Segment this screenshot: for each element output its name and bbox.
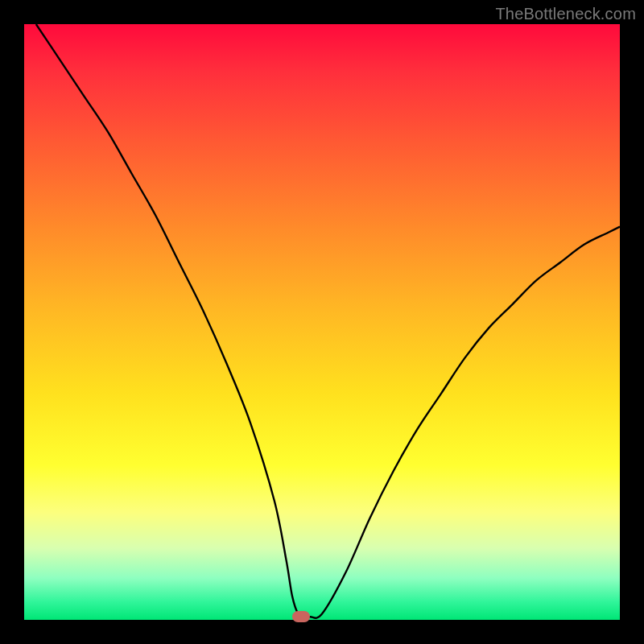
min-marker	[292, 611, 310, 622]
watermark-text: TheBottleneck.com	[495, 5, 636, 23]
bottleneck-curve	[24, 24, 620, 620]
curve-path	[36, 24, 620, 618]
plot-area	[24, 24, 620, 620]
chart-frame: TheBottleneck.com	[0, 0, 644, 644]
